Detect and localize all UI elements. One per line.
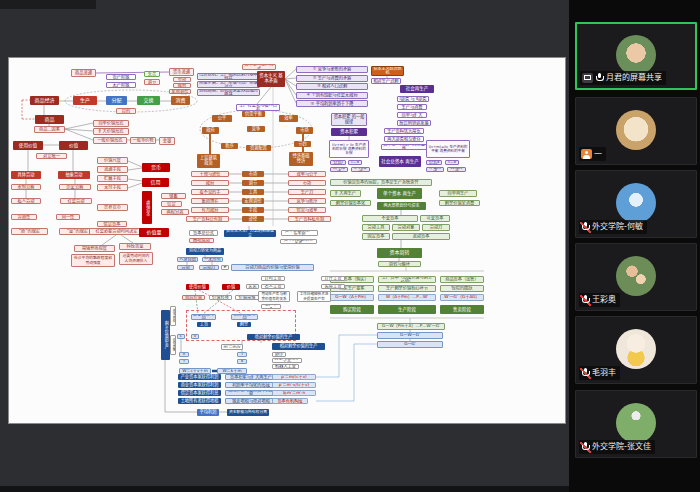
mindmap-node: 社会再生产 [400, 85, 434, 93]
mindmap-node: G—W—G′ [377, 332, 443, 339]
mindmap-node: 一无所有 [202, 257, 223, 262]
mindmap-node: 异质性 [11, 214, 37, 220]
mindmap-edge [102, 235, 116, 245]
mindmap-node: 不变资本 [362, 215, 418, 222]
mindmap-node: 两大部类划分与资本 [377, 202, 426, 210]
mindmap-node: 圈地运动 [189, 238, 214, 243]
mindmap-node: 科技含量 [119, 243, 151, 250]
mindmap-node: 商品 [35, 115, 64, 124]
mindmap-node: 私人劳动 [11, 198, 41, 204]
mindmap-node: 级差地租与绝对地租 [225, 398, 277, 404]
mindmap-node: 抽象劳动 [58, 171, 90, 179]
mindmap-node: 劳动对象 [392, 224, 420, 231]
mindmap-node: 资本主义生产方式的前提建立 [224, 230, 276, 237]
mindmap-node: 按比例协调发展 [397, 120, 431, 126]
mic-muted-icon [581, 368, 590, 379]
shared-screen-area: 商品流通货币流通资产阶级无产阶级失灵调节市场政府宏观调控商品经济生产分配交换消费… [0, 0, 569, 492]
mindmap-node: 具体劳动 [11, 171, 41, 179]
mindmap-node: 剩余价值资本化 [330, 200, 371, 206]
mindmap-node: 交换 [137, 96, 160, 105]
mindmap-node: 商品二因素 [34, 126, 65, 133]
mindmap-node: 生产社会化与私人占有 [236, 104, 280, 111]
mindmap-node: 必要劳动时间 [191, 314, 216, 320]
mindmap-node: 单个资本 再生产 [377, 188, 422, 199]
mindmap-node: 价值尺度 [97, 157, 128, 164]
mindmap-node: 公式Ⅱ [426, 160, 442, 165]
mindmap-node: 消费 [171, 96, 190, 105]
mindmap-node: 资本职能与所有权分离 [227, 409, 269, 416]
mindmap-node: 生产率↑ [261, 304, 281, 309]
mindmap-node: 市场 [288, 180, 326, 186]
mic-icon [595, 73, 604, 84]
mindmap-node: 名义工资 [261, 284, 285, 289]
mindmap-node: 储蓄 [161, 193, 186, 199]
participant-name: 外交学院-何敏 [592, 221, 643, 233]
mindmap-node: 人身自由 [177, 257, 198, 262]
mindmap-edge [121, 235, 133, 243]
mindmap-node: 固定资本 [362, 233, 390, 240]
mindmap-node: 价值是资本的前提，资本是生产系统条件 [330, 179, 432, 186]
mindmap-node: 流通手段 [97, 166, 128, 173]
mindmap-node: 剩余劳动时间 [231, 314, 258, 320]
mindmap-node: 政府 [173, 83, 191, 88]
mindmap-node: “质”的规定 [11, 228, 48, 235]
mindmap-node: 目的 [116, 108, 136, 114]
mindmap-node: 资本主义经济危机 [371, 66, 404, 76]
mindmap-node: 市场 [296, 127, 313, 134]
mindmap-node: 资本构成 [170, 306, 176, 326]
mindmap-edge [285, 79, 296, 95]
mindmap-node: 调节 [242, 180, 264, 186]
mindmap-node: 价值量 [139, 228, 169, 237]
participant-tile[interactable]: 王彩奥 [575, 243, 697, 311]
mindmap-node: 供需与效率 [288, 207, 326, 213]
mindmap-node: 资本的原始积累关系 [280, 239, 317, 244]
avatar [616, 329, 656, 369]
mindmap-node: 创造价值 [182, 295, 205, 300]
mindmap-node: 绝对剩余价值的生产 [247, 334, 300, 340]
mindmap-node: 永恒范畴 [11, 184, 41, 190]
participant-tile[interactable]: 月君的屏幕共享 [575, 22, 697, 90]
mindmap-node: 历史范畴 [59, 184, 91, 190]
mindmap-node: 劳动力商品的价值与使用价值 [231, 264, 314, 271]
mindmap-node: 扩大形式 [351, 167, 370, 172]
mindmap-page[interactable]: 商品流通货币流通资产阶级无产阶级失灵调节市场政府宏观调控商品经济生产分配交换消费… [8, 57, 566, 424]
mindmap-node: 价值 [59, 141, 88, 150]
mindmap-node: 竞争与秩序 [288, 198, 326, 204]
mindmap-node: 惊险的跳跃 [440, 285, 484, 292]
avatar [616, 403, 656, 443]
mindmap-node: 信贷 [161, 201, 182, 207]
mindmap-node: 计件工资 [321, 276, 345, 281]
participant-tile[interactable]: — [575, 97, 697, 165]
mindmap-node: 资本主义再生产的二重性 [381, 144, 427, 150]
participant-tile[interactable]: 毛羽丰 [575, 316, 697, 384]
participant-name: 月君的屏幕共享 [606, 72, 662, 84]
participant-sidebar[interactable]: 月君的屏幕共享—外交学院-何敏王彩奥毛羽丰外交学院-张文佳 [569, 0, 700, 492]
mindmap-node: 有为政府 [191, 207, 229, 213]
mindmap-node: 劳动 [177, 265, 194, 270]
mindmap-node: 无产阶级 [106, 82, 136, 88]
mindmap-node: 工作日缩短技术进步提高生产率 [297, 291, 331, 302]
participant-tile[interactable]: 外交学院-何敏 [575, 170, 697, 238]
mindmap-node: 劳动工具 [362, 224, 390, 231]
mindmap-node: W′—G′（G＋ΔG） [440, 294, 484, 301]
mindmap-node: 平均利润 [197, 409, 219, 416]
mindmap-node: ≠ [221, 265, 229, 270]
mindmap-node: 必要劳动时间内人均资源投入 [119, 252, 153, 265]
participant-tile[interactable]: 外交学院-张文佳 [575, 390, 697, 458]
mindmap-node: Ⅱ [237, 359, 247, 364]
mindmap-node: Ⅰ [237, 352, 247, 357]
mindmap-node: 生产资料公有制 [186, 216, 229, 222]
mindmap-node: 生产力 [288, 189, 326, 195]
mindmap-node: 信用 [142, 178, 169, 187]
mindmap-node: 资源配置 [246, 145, 271, 151]
mindmap-node: 买卖 [246, 284, 259, 289]
mindmap-node: 资本周转 [377, 248, 422, 258]
mindmap-node: X [179, 352, 189, 357]
mindmap-node: 劳动力 [422, 224, 450, 231]
mindmap-node: 劳动力转化为商品 [186, 248, 224, 255]
mindmap-node: 看不见的手 [191, 189, 229, 195]
mindmap-node: 分配 [106, 96, 127, 105]
mindmap-node: 使用价值 [13, 141, 43, 150]
mindmap-node: 流动资本 [392, 233, 450, 240]
mindmap-node: p′＝m′·v/(c＋v) [272, 382, 316, 388]
